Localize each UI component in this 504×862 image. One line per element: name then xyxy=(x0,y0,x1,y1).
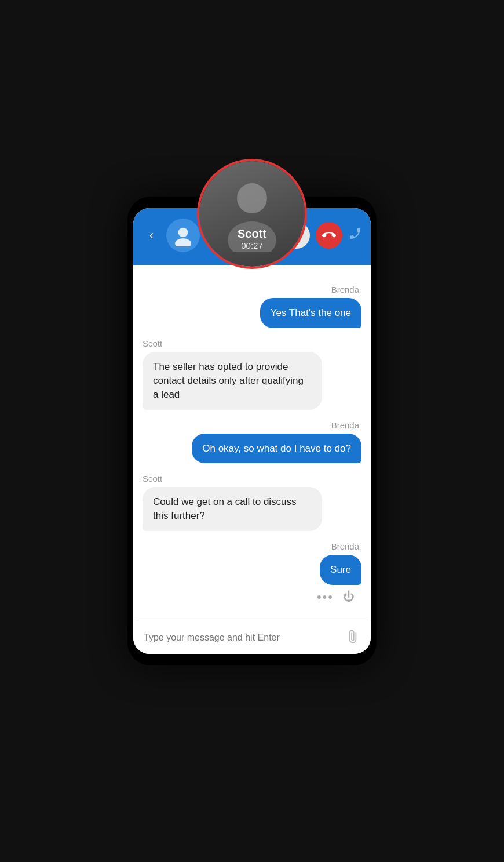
svg-point-3 xyxy=(175,238,191,246)
paperclip-icon xyxy=(344,627,361,645)
power-button[interactable]: ⏻ xyxy=(343,590,355,603)
video-call-timer: 00:27 xyxy=(199,241,305,250)
message-bubble: Oh okay, so what do I have to do? xyxy=(192,434,361,464)
hangup-button[interactable] xyxy=(316,222,342,249)
sender-label: Scott xyxy=(143,339,162,348)
hangup-icon xyxy=(322,228,336,242)
svg-point-2 xyxy=(178,228,188,237)
back-button[interactable]: ‹ xyxy=(145,225,158,245)
chat-body: Brenda Yes That's the one Scott The sell… xyxy=(133,265,371,620)
phone-frame: Scott 00:27 ‹ Scott xyxy=(127,197,377,665)
message-bubble: Could we get on a call to discuss this f… xyxy=(143,487,322,531)
video-person-bg xyxy=(199,161,305,267)
input-area xyxy=(133,621,371,654)
dots-icon[interactable]: ••• xyxy=(317,590,334,605)
message-row: Brenda Oh okay, so what do I have to do? xyxy=(143,412,361,464)
message-row: Scott Could we get on a call to discuss … xyxy=(143,465,361,531)
contact-avatar xyxy=(166,219,200,252)
message-row: Scott The seller has opted to provide co… xyxy=(143,330,361,409)
phone-icon xyxy=(348,227,362,241)
message-bubble: The seller has opted to provide contact … xyxy=(143,352,322,409)
phone-button[interactable] xyxy=(348,227,362,244)
sender-label: Brenda xyxy=(331,285,359,294)
app-container: Scott 00:27 ‹ Scott xyxy=(133,208,371,653)
message-input[interactable] xyxy=(144,632,342,643)
message-row: Brenda Yes That's the one xyxy=(143,277,361,328)
avatar-silhouette-icon xyxy=(172,224,194,246)
video-contact-name: Scott xyxy=(199,227,305,241)
sender-label: Brenda xyxy=(331,541,359,551)
svg-point-0 xyxy=(237,183,267,213)
sender-label: Brenda xyxy=(331,420,359,430)
attachment-icon[interactable] xyxy=(344,627,364,648)
message-bubble: Yes That's the one xyxy=(260,298,361,328)
message-bubble: Sure xyxy=(320,555,361,585)
chat-actions-row: ••• ⏻ xyxy=(143,587,361,609)
message-row: Brenda Sure xyxy=(143,533,361,585)
sender-label: Scott xyxy=(143,474,162,483)
video-call-overlay: Scott 00:27 xyxy=(197,159,307,269)
video-call-info: Scott 00:27 xyxy=(199,227,305,250)
